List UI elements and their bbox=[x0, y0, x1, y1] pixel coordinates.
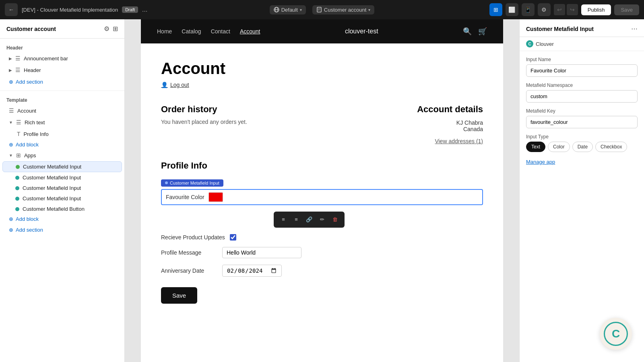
toolbar-delete[interactable]: 🗑 bbox=[329, 214, 341, 225]
divider-1 bbox=[0, 90, 124, 91]
toolbar-align-left[interactable]: ≡ bbox=[278, 214, 289, 225]
order-history-section: Order history You haven't placed any ord… bbox=[161, 104, 247, 144]
store-nav: Home Catalog Contact Account clouver-tes… bbox=[141, 19, 503, 43]
globe-icon bbox=[274, 7, 279, 12]
page-selector[interactable]: Customer account ▾ bbox=[312, 5, 375, 14]
sidebar-item-app-2[interactable]: Customer Metafield Input bbox=[2, 173, 122, 183]
app-dot-5 bbox=[15, 207, 19, 211]
sidebar-title: Customer account bbox=[6, 26, 56, 32]
add-block-button-1[interactable]: ⊕ Add block bbox=[2, 140, 45, 149]
add-section-button-1[interactable]: ⊕ Add section bbox=[2, 76, 50, 87]
account-details-section: Account details KJ Chabra Canada View ad… bbox=[417, 104, 483, 144]
sidebar-item-account[interactable]: ☰ Account bbox=[2, 105, 122, 116]
sidebar-item-profile-info[interactable]: T Profile Info bbox=[2, 128, 122, 140]
header-label: Header bbox=[24, 67, 116, 73]
more-options-button[interactable]: ... bbox=[142, 6, 147, 13]
account-country: Canada bbox=[417, 126, 483, 132]
cart-nav-icon[interactable]: 🛒 bbox=[478, 27, 487, 36]
device-tablet-button[interactable]: ⬜ bbox=[506, 3, 518, 16]
anniversary-date-input[interactable] bbox=[222, 265, 282, 277]
profile-message-input[interactable] bbox=[222, 247, 301, 258]
profile-save-button[interactable]: Save bbox=[161, 287, 197, 304]
color-swatch[interactable] bbox=[208, 192, 223, 202]
receive-updates-label: Recieve Product Updates bbox=[161, 234, 225, 241]
nav-link-catalog[interactable]: Catalog bbox=[182, 28, 201, 35]
type-btn-date[interactable]: Date bbox=[572, 142, 593, 152]
sidebar-item-app-5[interactable]: Customer Metafield Button bbox=[2, 204, 122, 214]
sidebar-item-rich-text[interactable]: ▼ ☰ Rich text bbox=[2, 117, 122, 128]
profile-message-row: Profile Message bbox=[161, 247, 483, 258]
add-section-button-2[interactable]: ⊕ Add section bbox=[2, 224, 50, 235]
page-title: [DEV] - Clouver Metafield Implementation bbox=[22, 7, 118, 13]
input-name-field[interactable] bbox=[526, 64, 638, 77]
right-panel-more[interactable]: ⋯ bbox=[631, 25, 638, 33]
app-item-label-3: Customer Metafield Input bbox=[23, 185, 81, 191]
sidebar-item-header[interactable]: ▶ ☰ Header bbox=[2, 64, 122, 76]
app-dot-2 bbox=[15, 176, 19, 180]
toolbar-align-right[interactable]: ≡ bbox=[291, 214, 302, 225]
clouver-name: Clouver bbox=[536, 41, 554, 47]
save-button[interactable]: Save bbox=[614, 4, 639, 15]
type-btn-checkbox[interactable]: Checkbox bbox=[595, 142, 627, 152]
search-nav-icon[interactable]: 🔍 bbox=[463, 27, 472, 36]
chevron-down-icon3: ▼ bbox=[9, 120, 13, 125]
clouver-watermark-icon: C bbox=[604, 322, 628, 346]
sidebar-item-apps[interactable]: ▼ ⊞ Apps bbox=[2, 150, 122, 161]
type-label: Input Type bbox=[526, 134, 638, 140]
toolbar-edit[interactable]: ✏ bbox=[316, 214, 328, 225]
sidebar-item-app-1[interactable]: Customer Metafield Input bbox=[2, 161, 122, 172]
app-item-label-4: Customer Metafield Input bbox=[23, 195, 81, 202]
add-block-button-2[interactable]: ⊕ Add block bbox=[2, 214, 45, 224]
receive-updates-checkbox[interactable] bbox=[230, 234, 236, 241]
sidebar-item-app-3[interactable]: Customer Metafield Input bbox=[2, 183, 122, 193]
store-brand: clouver-test bbox=[345, 28, 378, 35]
view-addresses-link[interactable]: View addresses (1) bbox=[417, 138, 483, 144]
namespace-field[interactable] bbox=[526, 90, 638, 103]
plus-icon4: ⊕ bbox=[9, 227, 13, 233]
clouver-icon: C bbox=[526, 40, 533, 47]
top-bar-left: ← [DEV] - Clouver Metafield Implementati… bbox=[5, 3, 214, 16]
sidebar-item-announcement-bar[interactable]: ▶ ☰ Announcement bar ✎ bbox=[2, 53, 122, 64]
key-field[interactable] bbox=[526, 116, 638, 128]
device-desktop-button[interactable]: ⊞ bbox=[489, 3, 502, 16]
nav-link-contact[interactable]: Contact bbox=[211, 28, 230, 35]
app-dot-4 bbox=[15, 197, 19, 201]
back-button[interactable]: ← bbox=[5, 3, 18, 16]
chevron-down-icon4: ▼ bbox=[9, 153, 13, 158]
device-mobile-button[interactable]: 📱 bbox=[522, 3, 535, 16]
receive-updates-row: Recieve Product Updates bbox=[161, 234, 483, 241]
header-section-label: Header bbox=[0, 42, 124, 52]
page-label: Customer account bbox=[324, 7, 367, 13]
nav-link-home[interactable]: Home bbox=[157, 28, 172, 35]
manage-app-link[interactable]: Manage app bbox=[526, 159, 555, 165]
left-sidebar: Customer account ⚙ ⊞ Header ▶ ☰ Announce… bbox=[0, 19, 125, 362]
sidebar-item-app-4[interactable]: Customer Metafield Input bbox=[2, 193, 122, 204]
svg-rect-3 bbox=[317, 7, 321, 12]
top-bar-right: ⊞ ⬜ 📱 ⚙ ↩ ↪ Publish Save bbox=[430, 3, 639, 16]
nav-link-account[interactable]: Account bbox=[240, 28, 260, 35]
undo-redo-group: ↩ ↪ bbox=[554, 4, 578, 15]
logout-link[interactable]: 👤 Log out bbox=[161, 82, 483, 88]
account-icon: ☰ bbox=[9, 107, 14, 114]
toolbar-link[interactable]: 🔗 bbox=[303, 214, 315, 225]
chevron-down-icon: ▾ bbox=[300, 8, 302, 12]
type-btn-color[interactable]: Color bbox=[548, 142, 570, 152]
type-btn-text[interactable]: Text bbox=[526, 142, 545, 152]
sidebar-grid-icon[interactable]: ⊞ bbox=[113, 25, 118, 33]
order-history-title: Order history bbox=[161, 104, 247, 115]
sidebar-header: Customer account ⚙ ⊞ bbox=[0, 19, 124, 39]
anniversary-date-row: Anniversary Date bbox=[161, 265, 483, 277]
app-dot-1 bbox=[16, 165, 20, 169]
publish-button[interactable]: Publish bbox=[581, 4, 611, 15]
app-item-label-5: Customer Metafield Button bbox=[23, 206, 85, 212]
badge-label: Customer Metafield Input bbox=[170, 181, 219, 185]
redo-button[interactable]: ↪ bbox=[567, 4, 578, 15]
account-name: KJ Chabra bbox=[417, 119, 483, 126]
undo-button[interactable]: ↩ bbox=[554, 4, 565, 15]
default-selector[interactable]: Default ▾ bbox=[270, 5, 306, 14]
settings-button[interactable]: ⚙ bbox=[538, 3, 551, 16]
metafield-badge[interactable]: Customer Metafield Input bbox=[161, 179, 223, 187]
anniversary-date-label: Anniversary Date bbox=[161, 267, 217, 274]
profile-message-label: Profile Message bbox=[161, 249, 217, 256]
sidebar-settings-icon[interactable]: ⚙ bbox=[104, 25, 109, 33]
